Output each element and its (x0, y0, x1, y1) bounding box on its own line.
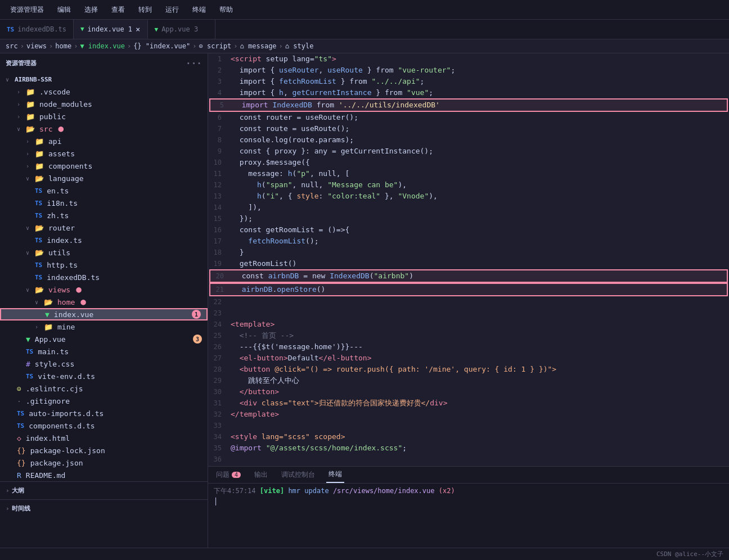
menu-run[interactable]: 运行 (161, 3, 183, 16)
line-number-25: 25 (208, 330, 231, 341)
file-label-app-vue: App.vue (35, 335, 66, 344)
tree-item-router[interactable]: ∨ 📂 router (0, 222, 208, 234)
line-content-12: h("span", null, "Message can be"), (231, 179, 729, 191)
line-content-9: const { proxy }: any = getCurrentInstanc… (231, 146, 729, 157)
folder-icon: 📁 (35, 137, 44, 146)
tab-debug-console[interactable]: 调试控制台 (279, 467, 317, 483)
tab-label-indexedDB: indexedDB.ts (17, 25, 66, 33)
tree-item-app-vue[interactable]: ▼ App.vue 3 (0, 333, 208, 345)
code-line-22: 22 (208, 296, 729, 308)
file-label-zh-ts: zh.ts (47, 211, 69, 220)
code-line-19: 19 getRoomList() (208, 258, 729, 269)
timeline-header[interactable]: › 时间线 (0, 502, 208, 515)
code-line-14: 14 ]), (208, 202, 729, 213)
code-line-18: 18 } (208, 247, 729, 258)
tree-item-language[interactable]: ∨ 📂 language (0, 172, 208, 184)
terminal-line-1: 下午4:57:14 [vite] hmr update /src/views/h… (214, 486, 723, 496)
json-file-icon: {} (17, 446, 26, 455)
menu-goto[interactable]: 转到 (134, 3, 156, 16)
outline-section: › 大纲 (0, 481, 208, 499)
tab-index-vue[interactable]: ▼ index.vue 1 × (74, 20, 148, 39)
folder-icon: 📂 (35, 224, 44, 232)
tab-label-index-vue: index.vue 1 (88, 25, 132, 33)
code-line-1: 1<script setup lang="ts"> (208, 53, 729, 65)
tab-output[interactable]: 输出 (252, 467, 270, 483)
tree-item-home[interactable]: ∨ 📂 home ● (0, 296, 208, 308)
tree-item-mine[interactable]: › 📁 mine (0, 320, 208, 333)
tree-item-index-vue[interactable]: ▼ index.vue 1 (0, 308, 208, 320)
tree-item-vscode[interactable]: › 📁 .vscode (0, 85, 208, 98)
tree-item-auto-imports[interactable]: TS auto-imports.d.ts (0, 407, 208, 419)
tree-item-node-modules[interactable]: › 📁 node_modules (0, 98, 208, 110)
line-number-29: 29 (208, 375, 231, 386)
code-line-24: 24<template> (208, 319, 729, 330)
menu-explorer[interactable]: 资源管理器 (6, 3, 48, 16)
line-number-10: 10 (208, 157, 231, 168)
tree-item-router-index[interactable]: TS index.ts (0, 234, 208, 246)
chevron-down-icon: ∨ (17, 126, 24, 132)
tree-item-zh-ts[interactable]: TS zh.ts (0, 209, 208, 222)
tree-item-views[interactable]: ∨ 📂 views ● (0, 283, 208, 296)
tree-item-readme[interactable]: R README.md (0, 469, 208, 481)
tree-item-vite-env[interactable]: TS vite-env.d.ts (0, 370, 208, 382)
folder-label-vscode: .vscode (39, 88, 70, 96)
tree-item-assets[interactable]: › 📁 assets (0, 147, 208, 160)
tree-item-index-html[interactable]: ◇ index.html (0, 432, 208, 444)
tab-problems[interactable]: 问题 4 (214, 467, 243, 483)
tree-item-main-ts[interactable]: TS main.ts (0, 345, 208, 358)
folder-label-public: public (39, 112, 66, 121)
tree-item-components[interactable]: › 📁 components (0, 160, 208, 172)
chevron-right-icon: › (35, 324, 42, 330)
tree-item-gitignore[interactable]: · .gitignore (0, 395, 208, 407)
tree-item-components-d[interactable]: TS components.d.ts (0, 419, 208, 432)
breadcrumb-file: ▼ index.vue (80, 42, 124, 50)
tree-item-indexedDB-ts[interactable]: TS indexedDB.ts (0, 271, 208, 283)
tree-item-package-lock[interactable]: {} package-lock.json (0, 444, 208, 457)
folder-label-views: views (48, 286, 70, 294)
tree-item-src[interactable]: ∨ 📂 src ● (0, 123, 208, 135)
file-label-gitignore: .gitignore (26, 397, 70, 405)
tree-item-api[interactable]: › 📁 api (0, 135, 208, 147)
tree-root-airbnb[interactable]: ∨ AIRBNB-SSR (0, 73, 208, 85)
ts-file-icon: TS (35, 200, 42, 207)
line-content-18: } (231, 247, 729, 258)
status-csdn: CSDN @alice--小文子 (656, 550, 723, 558)
line-content-11: message: h("p", null, [ (231, 168, 729, 179)
line-number-2: 2 (208, 65, 231, 76)
tab-app-vue[interactable]: ▼ App.vue 3 (148, 20, 215, 39)
tree-item-style-css[interactable]: # style.css (0, 358, 208, 370)
chevron-right-icon: › (17, 89, 24, 95)
menu-terminal[interactable]: 终端 (188, 3, 210, 16)
menu-edit[interactable]: 编辑 (53, 3, 75, 16)
code-line-31: 31 <div class="text">归还借款的符合国家快递费好贵</div… (208, 398, 729, 409)
line-content-14: ]), (231, 202, 729, 213)
top-menu-bar: 资源管理器 编辑 选择 查看 转到 运行 终端 帮助 (0, 0, 729, 20)
tree-item-public[interactable]: › 📁 public (0, 110, 208, 123)
line-number-32: 32 (208, 409, 231, 420)
file-label-vite-env: vite-env.d.ts (38, 372, 95, 381)
line-content-32: </template> (231, 409, 729, 420)
line-number-30: 30 (208, 386, 231, 398)
menu-help[interactable]: 帮助 (215, 3, 237, 16)
menu-view[interactable]: 查看 (107, 3, 129, 16)
line-content-17: fetchRoomList(); (231, 236, 729, 247)
terminal-content[interactable]: 下午4:57:14 [vite] hmr update /src/views/h… (208, 484, 729, 548)
tree-item-package-json[interactable]: {} package.json (0, 457, 208, 469)
code-editor[interactable]: 1<script setup lang="ts">2 import { useR… (208, 53, 729, 466)
tab-indexedDB[interactable]: TS indexedDB.ts (0, 20, 74, 39)
close-icon[interactable]: × (136, 25, 140, 34)
code-line-6: 6 const router = useRouter(); (208, 112, 729, 123)
code-line-11: 11 message: h("p", null, [ (208, 168, 729, 179)
outline-header[interactable]: › 大纲 (0, 484, 208, 497)
tree-item-en-ts[interactable]: TS en.ts (0, 184, 208, 197)
tab-terminal[interactable]: 终端 (326, 467, 344, 483)
vue-file-icon: ▼ (26, 335, 30, 344)
tree-item-eslintrc[interactable]: ⊙ .eslintrc.cjs (0, 382, 208, 395)
tree-item-utils[interactable]: ∨ 📂 utils (0, 246, 208, 259)
line-content-28: <button @click="() => router.push({ path… (231, 364, 729, 375)
tree-item-http-ts[interactable]: TS http.ts (0, 259, 208, 271)
sidebar-menu-dots[interactable]: ··· (186, 58, 202, 69)
menu-select[interactable]: 选择 (80, 3, 102, 16)
tree-item-i18n-ts[interactable]: TS i18n.ts (0, 197, 208, 209)
terminal-path: /src/views/home/index.vue (333, 487, 435, 495)
